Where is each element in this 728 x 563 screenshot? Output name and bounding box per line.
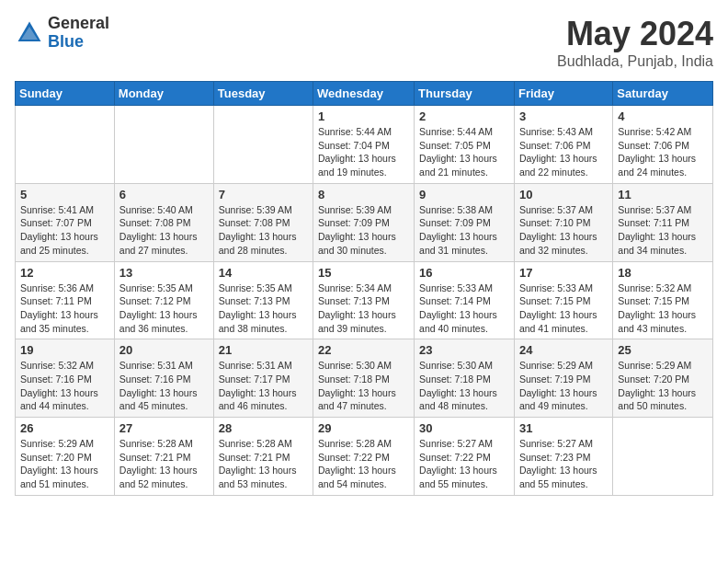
day-info: Sunrise: 5:32 AM Sunset: 7:15 PM Dayligh… xyxy=(618,282,708,336)
day-number: 13 xyxy=(119,266,209,280)
calendar-cell xyxy=(213,106,313,184)
day-info: Sunrise: 5:29 AM Sunset: 7:20 PM Dayligh… xyxy=(618,359,708,413)
day-number: 31 xyxy=(519,421,608,435)
calendar-cell: 6Sunrise: 5:40 AM Sunset: 7:08 PM Daylig… xyxy=(114,183,213,261)
weekday-header-thursday: Thursday xyxy=(415,82,515,106)
day-number: 7 xyxy=(219,188,308,201)
calendar-cell: 23Sunrise: 5:30 AM Sunset: 7:18 PM Dayli… xyxy=(415,339,515,418)
day-info: Sunrise: 5:31 AM Sunset: 7:16 PM Dayligh… xyxy=(119,359,209,413)
calendar-cell: 13Sunrise: 5:35 AM Sunset: 7:12 PM Dayli… xyxy=(114,261,213,339)
weekday-header-friday: Friday xyxy=(514,82,612,106)
day-info: Sunrise: 5:33 AM Sunset: 7:15 PM Dayligh… xyxy=(519,282,608,336)
day-number: 9 xyxy=(419,188,509,201)
calendar-week-3: 12Sunrise: 5:36 AM Sunset: 7:11 PM Dayli… xyxy=(16,261,713,339)
day-number: 25 xyxy=(618,343,708,357)
calendar-cell xyxy=(114,106,213,184)
day-number: 12 xyxy=(20,266,109,280)
weekday-header-monday: Monday xyxy=(114,82,213,106)
day-info: Sunrise: 5:30 AM Sunset: 7:18 PM Dayligh… xyxy=(419,359,509,413)
calendar-header-row: SundayMondayTuesdayWednesdayThursdayFrid… xyxy=(16,82,713,106)
calendar-cell: 27Sunrise: 5:28 AM Sunset: 7:21 PM Dayli… xyxy=(114,418,213,496)
calendar-cell: 11Sunrise: 5:37 AM Sunset: 7:11 PM Dayli… xyxy=(613,183,713,261)
month-title: May 2024 xyxy=(557,15,713,53)
day-info: Sunrise: 5:37 AM Sunset: 7:10 PM Dayligh… xyxy=(519,203,608,258)
calendar-cell: 20Sunrise: 5:31 AM Sunset: 7:16 PM Dayli… xyxy=(114,339,213,418)
calendar-cell: 7Sunrise: 5:39 AM Sunset: 7:08 PM Daylig… xyxy=(213,183,313,261)
day-number: 16 xyxy=(419,266,509,280)
weekday-header-tuesday: Tuesday xyxy=(213,82,313,106)
calendar-cell: 17Sunrise: 5:33 AM Sunset: 7:15 PM Dayli… xyxy=(514,261,612,339)
calendar-cell: 21Sunrise: 5:31 AM Sunset: 7:17 PM Dayli… xyxy=(213,339,313,418)
calendar-cell: 12Sunrise: 5:36 AM Sunset: 7:11 PM Dayli… xyxy=(16,261,115,339)
logo: General Blue xyxy=(15,15,109,52)
day-number: 14 xyxy=(219,266,308,280)
day-info: Sunrise: 5:36 AM Sunset: 7:11 PM Dayligh… xyxy=(20,282,109,336)
day-number: 6 xyxy=(119,188,209,201)
day-number: 26 xyxy=(20,421,109,435)
day-info: Sunrise: 5:40 AM Sunset: 7:08 PM Dayligh… xyxy=(119,203,209,258)
calendar-cell xyxy=(613,418,713,496)
day-number: 19 xyxy=(20,343,109,357)
day-info: Sunrise: 5:35 AM Sunset: 7:13 PM Dayligh… xyxy=(219,282,308,336)
calendar-cell: 2Sunrise: 5:44 AM Sunset: 7:05 PM Daylig… xyxy=(415,106,515,184)
calendar-cell: 5Sunrise: 5:41 AM Sunset: 7:07 PM Daylig… xyxy=(16,183,115,261)
calendar-cell: 24Sunrise: 5:29 AM Sunset: 7:19 PM Dayli… xyxy=(514,339,612,418)
day-info: Sunrise: 5:33 AM Sunset: 7:14 PM Dayligh… xyxy=(419,282,509,336)
day-info: Sunrise: 5:43 AM Sunset: 7:06 PM Dayligh… xyxy=(519,125,608,179)
day-info: Sunrise: 5:39 AM Sunset: 7:08 PM Dayligh… xyxy=(219,203,308,258)
calendar-cell: 15Sunrise: 5:34 AM Sunset: 7:13 PM Dayli… xyxy=(313,261,415,339)
day-number: 30 xyxy=(419,421,509,435)
day-number: 15 xyxy=(318,266,409,280)
day-info: Sunrise: 5:28 AM Sunset: 7:21 PM Dayligh… xyxy=(119,437,209,491)
page-header: General Blue May 2024 Budhlada, Punjab, … xyxy=(15,15,713,70)
calendar-cell: 25Sunrise: 5:29 AM Sunset: 7:20 PM Dayli… xyxy=(613,339,713,418)
calendar-week-4: 19Sunrise: 5:32 AM Sunset: 7:16 PM Dayli… xyxy=(16,339,713,418)
day-info: Sunrise: 5:27 AM Sunset: 7:23 PM Dayligh… xyxy=(519,437,608,491)
weekday-header-sunday: Sunday xyxy=(16,82,115,106)
day-info: Sunrise: 5:35 AM Sunset: 7:12 PM Dayligh… xyxy=(119,282,209,336)
day-info: Sunrise: 5:39 AM Sunset: 7:09 PM Dayligh… xyxy=(318,203,409,258)
day-number: 18 xyxy=(618,266,708,280)
calendar-cell: 10Sunrise: 5:37 AM Sunset: 7:10 PM Dayli… xyxy=(514,183,612,261)
day-number: 1 xyxy=(318,109,409,123)
day-info: Sunrise: 5:30 AM Sunset: 7:18 PM Dayligh… xyxy=(318,359,409,413)
day-number: 11 xyxy=(618,188,708,201)
logo-general-text: General xyxy=(48,15,109,33)
calendar-cell: 28Sunrise: 5:28 AM Sunset: 7:21 PM Dayli… xyxy=(213,418,313,496)
weekday-header-saturday: Saturday xyxy=(613,82,713,106)
day-info: Sunrise: 5:37 AM Sunset: 7:11 PM Dayligh… xyxy=(618,203,708,258)
day-number: 3 xyxy=(519,109,608,123)
calendar-week-1: 1Sunrise: 5:44 AM Sunset: 7:04 PM Daylig… xyxy=(16,106,713,184)
day-info: Sunrise: 5:31 AM Sunset: 7:17 PM Dayligh… xyxy=(219,359,308,413)
day-info: Sunrise: 5:32 AM Sunset: 7:16 PM Dayligh… xyxy=(20,359,109,413)
day-info: Sunrise: 5:28 AM Sunset: 7:22 PM Dayligh… xyxy=(318,437,409,491)
day-info: Sunrise: 5:41 AM Sunset: 7:07 PM Dayligh… xyxy=(20,203,109,258)
day-number: 5 xyxy=(20,188,109,201)
day-number: 24 xyxy=(519,343,608,357)
calendar-cell: 4Sunrise: 5:42 AM Sunset: 7:06 PM Daylig… xyxy=(613,106,713,184)
day-number: 22 xyxy=(318,343,409,357)
calendar-cell: 22Sunrise: 5:30 AM Sunset: 7:18 PM Dayli… xyxy=(313,339,415,418)
day-info: Sunrise: 5:44 AM Sunset: 7:05 PM Dayligh… xyxy=(419,125,509,179)
day-number: 2 xyxy=(419,109,509,123)
calendar-cell: 30Sunrise: 5:27 AM Sunset: 7:22 PM Dayli… xyxy=(415,418,515,496)
day-info: Sunrise: 5:29 AM Sunset: 7:19 PM Dayligh… xyxy=(519,359,608,413)
calendar-week-5: 26Sunrise: 5:29 AM Sunset: 7:20 PM Dayli… xyxy=(16,418,713,496)
day-number: 8 xyxy=(318,188,409,201)
day-number: 17 xyxy=(519,266,608,280)
day-number: 10 xyxy=(519,188,608,201)
day-info: Sunrise: 5:44 AM Sunset: 7:04 PM Dayligh… xyxy=(318,125,409,179)
day-number: 23 xyxy=(419,343,509,357)
day-number: 28 xyxy=(219,421,308,435)
day-info: Sunrise: 5:27 AM Sunset: 7:22 PM Dayligh… xyxy=(419,437,509,491)
day-info: Sunrise: 5:34 AM Sunset: 7:13 PM Dayligh… xyxy=(318,282,409,336)
calendar-cell: 8Sunrise: 5:39 AM Sunset: 7:09 PM Daylig… xyxy=(313,183,415,261)
calendar-cell xyxy=(16,106,115,184)
day-info: Sunrise: 5:28 AM Sunset: 7:21 PM Dayligh… xyxy=(219,437,308,491)
calendar-table: SundayMondayTuesdayWednesdayThursdayFrid… xyxy=(15,81,713,496)
day-info: Sunrise: 5:42 AM Sunset: 7:06 PM Dayligh… xyxy=(618,125,708,179)
day-number: 27 xyxy=(119,421,209,435)
day-number: 21 xyxy=(219,343,308,357)
calendar-cell: 3Sunrise: 5:43 AM Sunset: 7:06 PM Daylig… xyxy=(514,106,612,184)
day-number: 4 xyxy=(618,109,708,123)
